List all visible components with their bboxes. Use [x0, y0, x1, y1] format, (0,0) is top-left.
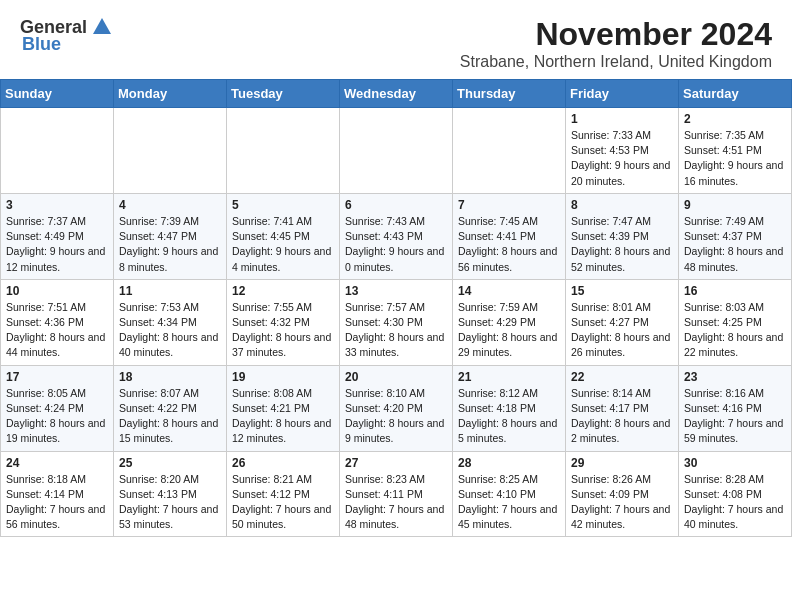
day-cell: [227, 108, 340, 194]
day-info: Sunrise: 7:43 AM Sunset: 4:43 PM Dayligh…: [345, 214, 447, 275]
day-number: 1: [571, 112, 673, 126]
day-number: 15: [571, 284, 673, 298]
day-info: Sunrise: 8:16 AM Sunset: 4:16 PM Dayligh…: [684, 386, 786, 447]
day-number: 14: [458, 284, 560, 298]
day-info: Sunrise: 7:57 AM Sunset: 4:30 PM Dayligh…: [345, 300, 447, 361]
day-number: 19: [232, 370, 334, 384]
day-cell: 4Sunrise: 7:39 AM Sunset: 4:47 PM Daylig…: [114, 193, 227, 279]
day-cell: 16Sunrise: 8:03 AM Sunset: 4:25 PM Dayli…: [679, 279, 792, 365]
day-info: Sunrise: 7:33 AM Sunset: 4:53 PM Dayligh…: [571, 128, 673, 189]
day-number: 26: [232, 456, 334, 470]
day-info: Sunrise: 8:10 AM Sunset: 4:20 PM Dayligh…: [345, 386, 447, 447]
day-number: 25: [119, 456, 221, 470]
day-cell: 29Sunrise: 8:26 AM Sunset: 4:09 PM Dayli…: [566, 451, 679, 537]
day-number: 3: [6, 198, 108, 212]
day-info: Sunrise: 7:41 AM Sunset: 4:45 PM Dayligh…: [232, 214, 334, 275]
day-info: Sunrise: 7:55 AM Sunset: 4:32 PM Dayligh…: [232, 300, 334, 361]
day-cell: 10Sunrise: 7:51 AM Sunset: 4:36 PM Dayli…: [1, 279, 114, 365]
day-number: 29: [571, 456, 673, 470]
day-cell: 3Sunrise: 7:37 AM Sunset: 4:49 PM Daylig…: [1, 193, 114, 279]
month-title: November 2024: [460, 16, 772, 53]
day-cell: [340, 108, 453, 194]
day-info: Sunrise: 7:45 AM Sunset: 4:41 PM Dayligh…: [458, 214, 560, 275]
day-info: Sunrise: 8:26 AM Sunset: 4:09 PM Dayligh…: [571, 472, 673, 533]
weekday-header-tuesday: Tuesday: [227, 80, 340, 108]
day-info: Sunrise: 8:05 AM Sunset: 4:24 PM Dayligh…: [6, 386, 108, 447]
day-cell: 9Sunrise: 7:49 AM Sunset: 4:37 PM Daylig…: [679, 193, 792, 279]
day-info: Sunrise: 7:53 AM Sunset: 4:34 PM Dayligh…: [119, 300, 221, 361]
logo-icon: [91, 16, 113, 38]
day-number: 2: [684, 112, 786, 126]
day-info: Sunrise: 7:35 AM Sunset: 4:51 PM Dayligh…: [684, 128, 786, 189]
day-cell: 14Sunrise: 7:59 AM Sunset: 4:29 PM Dayli…: [453, 279, 566, 365]
day-number: 8: [571, 198, 673, 212]
weekday-header-sunday: Sunday: [1, 80, 114, 108]
day-cell: 8Sunrise: 7:47 AM Sunset: 4:39 PM Daylig…: [566, 193, 679, 279]
day-info: Sunrise: 7:37 AM Sunset: 4:49 PM Dayligh…: [6, 214, 108, 275]
day-info: Sunrise: 8:20 AM Sunset: 4:13 PM Dayligh…: [119, 472, 221, 533]
day-cell: 19Sunrise: 8:08 AM Sunset: 4:21 PM Dayli…: [227, 365, 340, 451]
day-cell: 28Sunrise: 8:25 AM Sunset: 4:10 PM Dayli…: [453, 451, 566, 537]
day-number: 30: [684, 456, 786, 470]
day-cell: 5Sunrise: 7:41 AM Sunset: 4:45 PM Daylig…: [227, 193, 340, 279]
day-cell: 21Sunrise: 8:12 AM Sunset: 4:18 PM Dayli…: [453, 365, 566, 451]
day-cell: 26Sunrise: 8:21 AM Sunset: 4:12 PM Dayli…: [227, 451, 340, 537]
day-info: Sunrise: 8:18 AM Sunset: 4:14 PM Dayligh…: [6, 472, 108, 533]
day-number: 5: [232, 198, 334, 212]
day-number: 16: [684, 284, 786, 298]
day-cell: [1, 108, 114, 194]
week-row-3: 10Sunrise: 7:51 AM Sunset: 4:36 PM Dayli…: [1, 279, 792, 365]
day-cell: [453, 108, 566, 194]
day-number: 27: [345, 456, 447, 470]
week-row-2: 3Sunrise: 7:37 AM Sunset: 4:49 PM Daylig…: [1, 193, 792, 279]
day-info: Sunrise: 8:23 AM Sunset: 4:11 PM Dayligh…: [345, 472, 447, 533]
day-info: Sunrise: 8:21 AM Sunset: 4:12 PM Dayligh…: [232, 472, 334, 533]
day-cell: 1Sunrise: 7:33 AM Sunset: 4:53 PM Daylig…: [566, 108, 679, 194]
weekday-header-friday: Friday: [566, 80, 679, 108]
day-info: Sunrise: 7:51 AM Sunset: 4:36 PM Dayligh…: [6, 300, 108, 361]
day-cell: 7Sunrise: 7:45 AM Sunset: 4:41 PM Daylig…: [453, 193, 566, 279]
day-number: 7: [458, 198, 560, 212]
day-cell: 27Sunrise: 8:23 AM Sunset: 4:11 PM Dayli…: [340, 451, 453, 537]
logo: General Blue: [20, 16, 113, 55]
day-number: 24: [6, 456, 108, 470]
day-cell: 25Sunrise: 8:20 AM Sunset: 4:13 PM Dayli…: [114, 451, 227, 537]
day-cell: [114, 108, 227, 194]
day-cell: 2Sunrise: 7:35 AM Sunset: 4:51 PM Daylig…: [679, 108, 792, 194]
day-cell: 15Sunrise: 8:01 AM Sunset: 4:27 PM Dayli…: [566, 279, 679, 365]
day-cell: 22Sunrise: 8:14 AM Sunset: 4:17 PM Dayli…: [566, 365, 679, 451]
day-number: 18: [119, 370, 221, 384]
day-cell: 6Sunrise: 7:43 AM Sunset: 4:43 PM Daylig…: [340, 193, 453, 279]
weekday-header-wednesday: Wednesday: [340, 80, 453, 108]
day-number: 11: [119, 284, 221, 298]
day-cell: 18Sunrise: 8:07 AM Sunset: 4:22 PM Dayli…: [114, 365, 227, 451]
week-row-5: 24Sunrise: 8:18 AM Sunset: 4:14 PM Dayli…: [1, 451, 792, 537]
day-cell: 13Sunrise: 7:57 AM Sunset: 4:30 PM Dayli…: [340, 279, 453, 365]
day-info: Sunrise: 7:39 AM Sunset: 4:47 PM Dayligh…: [119, 214, 221, 275]
location: Strabane, Northern Ireland, United Kingd…: [460, 53, 772, 71]
day-info: Sunrise: 8:08 AM Sunset: 4:21 PM Dayligh…: [232, 386, 334, 447]
weekday-header-saturday: Saturday: [679, 80, 792, 108]
day-info: Sunrise: 8:03 AM Sunset: 4:25 PM Dayligh…: [684, 300, 786, 361]
day-cell: 17Sunrise: 8:05 AM Sunset: 4:24 PM Dayli…: [1, 365, 114, 451]
day-number: 12: [232, 284, 334, 298]
svg-marker-0: [93, 18, 111, 34]
day-number: 13: [345, 284, 447, 298]
title-block: November 2024 Strabane, Northern Ireland…: [460, 16, 772, 71]
week-row-1: 1Sunrise: 7:33 AM Sunset: 4:53 PM Daylig…: [1, 108, 792, 194]
day-cell: 24Sunrise: 8:18 AM Sunset: 4:14 PM Dayli…: [1, 451, 114, 537]
logo-blue-text: Blue: [22, 34, 61, 55]
day-number: 28: [458, 456, 560, 470]
day-number: 20: [345, 370, 447, 384]
day-number: 23: [684, 370, 786, 384]
week-row-4: 17Sunrise: 8:05 AM Sunset: 4:24 PM Dayli…: [1, 365, 792, 451]
page-header: General Blue November 2024 Strabane, Nor…: [0, 0, 792, 79]
day-info: Sunrise: 8:14 AM Sunset: 4:17 PM Dayligh…: [571, 386, 673, 447]
day-cell: 20Sunrise: 8:10 AM Sunset: 4:20 PM Dayli…: [340, 365, 453, 451]
day-number: 4: [119, 198, 221, 212]
day-info: Sunrise: 8:25 AM Sunset: 4:10 PM Dayligh…: [458, 472, 560, 533]
day-number: 6: [345, 198, 447, 212]
day-info: Sunrise: 8:01 AM Sunset: 4:27 PM Dayligh…: [571, 300, 673, 361]
day-info: Sunrise: 7:49 AM Sunset: 4:37 PM Dayligh…: [684, 214, 786, 275]
day-number: 22: [571, 370, 673, 384]
